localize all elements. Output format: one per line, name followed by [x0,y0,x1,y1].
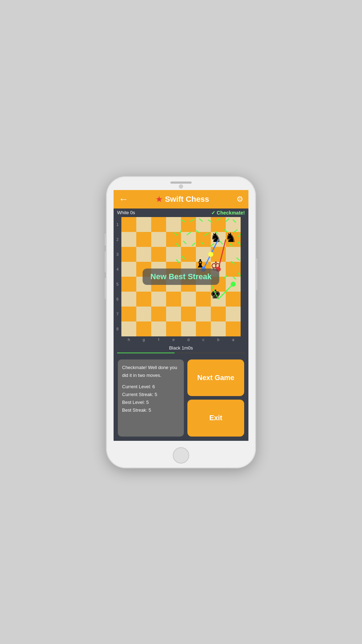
cell-6-1[interactable] [136,307,151,321]
cell-1-2[interactable] [151,232,166,247]
cell-5-4[interactable] [181,292,196,307]
black-timer: Black 1m0s [169,345,193,351]
cell-0-0[interactable] [121,217,136,232]
cell-0-5[interactable] [196,217,211,232]
chess-board[interactable]: ♞ ♞ ♝ ♔ ♚ New Best Streak [121,217,241,336]
cell-6-3[interactable] [166,307,181,321]
side-button-power [256,258,257,290]
board-area: 1 2 3 4 5 6 7 8 [114,217,248,336]
file-d: d [181,336,196,343]
piece-white-king-c4: ♔ [210,259,221,273]
cell-5-3[interactable] [166,292,181,307]
cell-6-6[interactable] [211,307,226,321]
rank-2: 2 [114,232,121,247]
progress-fill [117,352,175,353]
cell-4-2[interactable] [151,277,166,292]
file-a: a [226,336,241,343]
app-header: ← ★ Swift Chess ⚙ [114,190,248,209]
phone-frame: ← ★ Swift Chess ⚙ White 0s ✓ Checkmate! … [106,177,256,468]
home-button[interactable] [173,447,189,464]
cell-1-4[interactable] [181,232,196,247]
cell-7-2[interactable] [151,321,166,336]
file-b: b [211,336,226,343]
bottom-panel: Checkmate! Well done you did it in two m… [114,355,248,441]
file-e: e [166,336,181,343]
cell-4-1[interactable] [136,277,151,292]
file-c: c [196,336,211,343]
cell-7-7[interactable] [226,321,241,336]
cell-2-0[interactable] [121,247,136,262]
cell-6-0[interactable] [121,307,136,321]
cell-4-4[interactable] [181,277,196,292]
cell-4-3[interactable] [166,277,181,292]
cell-1-1[interactable] [136,232,151,247]
cell-2-2[interactable] [151,247,166,262]
rank-7: 7 [114,307,121,321]
chess-container: White 0s ✓ Checkmate! 1 2 3 4 5 6 7 8 [114,209,248,355]
cell-5-2[interactable] [151,292,166,307]
cell-6-7[interactable] [226,307,241,321]
cell-0-3[interactable] [166,217,181,232]
rank-labels: 1 2 3 4 5 6 7 8 [114,217,121,336]
cell-6-5[interactable] [196,307,211,321]
piece-black-king-b6: ♚ [210,288,221,300]
rank-4: 4 [114,262,121,277]
cell-3-0[interactable] [121,262,136,277]
cell-7-0[interactable] [121,321,136,336]
cell-1-0[interactable] [121,232,136,247]
cell-5-0[interactable] [121,292,136,307]
cell-5-7[interactable] [226,292,241,307]
cell-3-2[interactable] [151,262,166,277]
exit-button[interactable]: Exit [187,400,244,437]
piece-black-knight-a2: ♞ [225,231,236,244]
cell-3-7[interactable] [226,262,241,277]
rank-1: 1 [114,217,121,232]
cell-4-7[interactable] [226,277,241,292]
player-bar-top: White 0s ✓ Checkmate! [114,209,248,217]
cell-2-7[interactable] [226,247,241,262]
cell-0-6[interactable] [211,217,226,232]
cell-7-4[interactable] [181,321,196,336]
info-message: Checkmate! Well done you did it in two m… [122,364,180,379]
cell-0-7[interactable] [226,217,241,232]
cell-2-1[interactable] [136,247,151,262]
cell-6-2[interactable] [151,307,166,321]
settings-button[interactable]: ⚙ [236,195,243,204]
cell-7-5[interactable] [196,321,211,336]
side-button-mute [105,233,106,246]
file-h: h [121,336,136,343]
cell-3-4[interactable] [181,262,196,277]
cell-7-1[interactable] [136,321,151,336]
cell-5-1[interactable] [136,292,151,307]
cell-0-1[interactable] [136,217,151,232]
app-title: Swift Chess [165,195,209,204]
back-button[interactable]: ← [119,194,128,204]
info-stats: Current Level: 6 Current Streak: 5 Best … [122,383,180,414]
cell-7-3[interactable] [166,321,181,336]
phone-speaker [170,182,192,184]
rank-8: 8 [114,321,121,336]
rank-3: 3 [114,247,121,262]
cell-0-4[interactable] [181,217,196,232]
file-f: f [151,336,166,343]
cell-6-4[interactable] [181,307,196,321]
cell-5-5[interactable] [196,292,211,307]
cell-0-2[interactable] [151,217,166,232]
piece-black-knight-b2: ♞ [210,231,221,244]
cell-2-3[interactable] [166,247,181,262]
cell-2-4[interactable] [181,247,196,262]
cell-3-3[interactable] [166,262,181,277]
next-game-button[interactable]: Next Game [187,359,244,396]
star-icon: ★ [156,195,162,204]
cell-4-5[interactable] [196,277,211,292]
player-bar-bottom: Black 1m0s [114,343,248,355]
white-timer: White 0s [117,210,135,215]
rank-6: 6 [114,292,121,307]
cell-4-0[interactable] [121,277,136,292]
file-g: g [136,336,151,343]
cell-1-3[interactable] [166,232,181,247]
cell-7-6[interactable] [211,321,226,336]
file-labels: h g f e d c b a [114,336,248,343]
cell-1-5[interactable] [196,232,211,247]
cell-3-1[interactable] [136,262,151,277]
